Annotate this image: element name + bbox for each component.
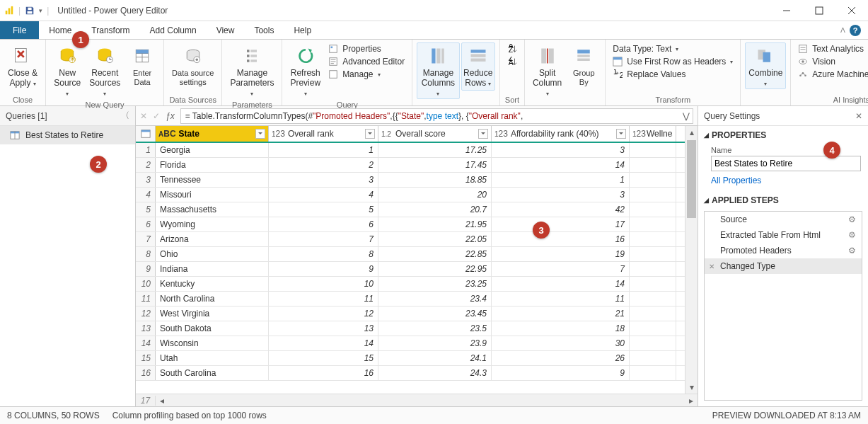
cell-state[interactable]: Kentucky (156, 277, 269, 291)
recent-sources-button[interactable]: Recent Sources ▾ (86, 42, 125, 99)
save-icon[interactable] (25, 6, 35, 16)
cell-well[interactable] (630, 292, 676, 306)
table-row[interactable]: 16South Carolina1624.39 (136, 366, 698, 381)
column-header-affordability[interactable]: 123Affordability rank (40%) (492, 126, 630, 142)
close-settings-icon[interactable]: ✕ (855, 111, 862, 121)
cell-rank[interactable]: 14 (269, 336, 378, 350)
cell-rank[interactable]: 4 (269, 188, 378, 202)
tab-transform[interactable]: Transform (81, 21, 139, 39)
cell-state[interactable]: North Carolina (156, 292, 269, 306)
cell-well[interactable] (630, 336, 676, 350)
cell-state[interactable]: Arizona (156, 232, 269, 246)
cell-score[interactable]: 24.1 (378, 351, 492, 365)
cell-state[interactable]: Ohio (156, 247, 269, 261)
table-row[interactable]: 4Missouri4203 (136, 188, 698, 202)
first-row-headers-button[interactable]: Use First Row as Headers ▾ (610, 55, 736, 68)
table-row[interactable]: 5Massachusetts520.742 (136, 202, 698, 217)
cell-well[interactable] (630, 277, 676, 291)
cell-rank[interactable]: 15 (269, 351, 378, 365)
split-column-button[interactable]: Split Column ▾ (529, 42, 565, 99)
close-button[interactable] (835, 0, 868, 21)
vertical-scrollbar[interactable]: ▴ ▾ (685, 126, 698, 394)
formula-input[interactable]: = Table.TransformColumnTypes(#"Promoted … (180, 108, 693, 124)
reduce-rows-button[interactable]: Reduce Rows ▾ (461, 42, 495, 91)
cell-aff[interactable]: 42 (492, 202, 630, 217)
data-type-button[interactable]: Data Type: Text ▾ (610, 42, 736, 55)
formula-cancel-icon[interactable]: ✕ (140, 111, 147, 121)
cell-well[interactable] (630, 158, 676, 172)
cell-state[interactable]: Indiana (156, 262, 269, 276)
refresh-preview-button[interactable]: Refresh Preview ▾ (287, 42, 324, 99)
cell-aff[interactable]: 18 (492, 321, 630, 336)
group-by-button[interactable]: Group By (567, 42, 601, 88)
step-promoted[interactable]: Promoted Headers⚙ (705, 243, 862, 258)
cell-well[interactable] (630, 366, 676, 380)
horizontal-scrollbar[interactable]: 17 ◂ ▸ (136, 394, 698, 406)
cell-aff[interactable]: 11 (492, 292, 630, 306)
cell-state[interactable]: Georgia (156, 143, 269, 157)
tab-tools[interactable]: Tools (244, 21, 284, 39)
table-row[interactable]: 15Utah1524.126 (136, 351, 698, 366)
column-header-overall-rank[interactable]: 123Overall rank (269, 126, 378, 142)
table-options-button[interactable] (136, 126, 156, 142)
scroll-thumb[interactable] (687, 140, 696, 218)
cell-aff[interactable]: 3 (492, 188, 630, 202)
cell-well[interactable] (630, 247, 676, 261)
cell-aff[interactable]: 3 (492, 143, 630, 157)
cell-rank[interactable]: 12 (269, 306, 378, 321)
cell-rank[interactable]: 3 (269, 173, 378, 187)
vision-button[interactable]: Vision (795, 55, 868, 68)
filter-icon[interactable] (616, 129, 626, 139)
manage-query-button[interactable]: Manage ▾ (325, 68, 407, 81)
cell-well[interactable] (630, 143, 676, 157)
scroll-right-icon[interactable]: ▸ (685, 396, 698, 406)
cell-aff[interactable]: 7 (492, 262, 630, 276)
tab-view[interactable]: View (207, 21, 245, 39)
column-header-overall-score[interactable]: 1.2Overall score (378, 126, 492, 142)
filter-icon[interactable] (365, 129, 375, 139)
cell-well[interactable] (630, 232, 676, 246)
formula-commit-icon[interactable]: ✓ (153, 111, 160, 121)
step-source[interactable]: Source⚙ (705, 212, 862, 227)
cell-well[interactable] (630, 306, 676, 321)
table-row[interactable]: 1Georgia117.253 (136, 143, 698, 158)
scroll-up-icon[interactable]: ▴ (685, 126, 698, 139)
data-source-settings-button[interactable]: Data source settings (168, 42, 217, 88)
collapse-queries-icon[interactable]: 〈 (121, 110, 129, 122)
cell-state[interactable]: South Dakota (156, 321, 269, 336)
cell-rank[interactable]: 16 (269, 366, 378, 380)
cell-rank[interactable]: 13 (269, 321, 378, 336)
tab-file[interactable]: File (0, 21, 39, 39)
azure-ml-button[interactable]: Azure Machine Learning (795, 68, 868, 81)
cell-state[interactable]: South Carolina (156, 366, 269, 380)
cell-well[interactable] (630, 188, 676, 202)
gear-icon[interactable]: ⚙ (848, 246, 856, 256)
cell-state[interactable]: West Virginia (156, 306, 269, 321)
cell-score[interactable]: 22.05 (378, 232, 492, 246)
tab-add-column[interactable]: Add Column (140, 21, 207, 39)
cell-well[interactable] (630, 351, 676, 365)
cell-rank[interactable]: 2 (269, 158, 378, 172)
cell-score[interactable]: 23.4 (378, 292, 492, 306)
cell-state[interactable]: Wyoming (156, 217, 269, 231)
fx-icon[interactable]: ƒx (166, 111, 175, 121)
enter-data-button[interactable]: Enter Data (125, 42, 159, 88)
gear-icon[interactable]: ⚙ (848, 214, 856, 224)
cell-well[interactable] (630, 173, 676, 187)
cell-rank[interactable]: 5 (269, 202, 378, 217)
cell-state[interactable]: Missouri (156, 188, 269, 202)
table-row[interactable]: 6Wyoming621.9517 (136, 217, 698, 232)
cell-aff[interactable]: 26 (492, 351, 630, 365)
replace-values-button[interactable]: 12Replace Values (610, 68, 736, 81)
cell-aff[interactable]: 14 (492, 158, 630, 172)
step-extracted[interactable]: Extracted Table From Html⚙ (705, 227, 862, 243)
cell-score[interactable]: 22.95 (378, 262, 492, 276)
new-source-button[interactable]: ✳ New Source ▾ (50, 42, 84, 99)
cell-state[interactable]: Tennessee (156, 173, 269, 187)
table-row[interactable]: 12West Virginia1223.4521 (136, 306, 698, 321)
column-header-state[interactable]: ABCState (156, 126, 269, 142)
column-header-wellness[interactable]: 123Wellness (630, 126, 676, 142)
tab-help[interactable]: Help (284, 21, 321, 39)
close-step-icon[interactable]: ✕ (709, 263, 714, 270)
cell-aff[interactable]: 9 (492, 366, 630, 380)
